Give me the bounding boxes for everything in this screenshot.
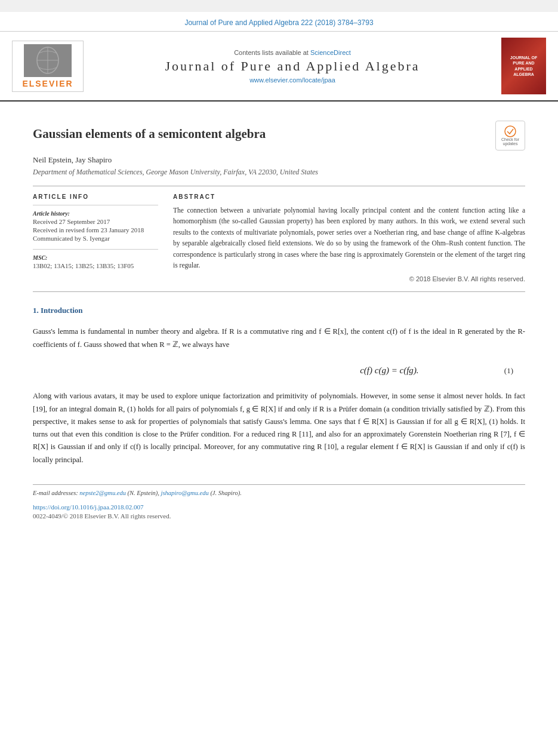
authors: Neil Epstein, Jay Shapiro [33,155,525,165]
emails-label: E-mail addresses: [33,490,78,496]
journal-url: www.elsevier.com/locate/jpaa [90,76,495,84]
journal-header: ELSEVIER Contents lists available at Sci… [0,32,558,102]
journal-reference-bar: Journal of Pure and Applied Algebra 222 … [0,12,558,32]
email1-name: (N. Epstein), [128,490,159,496]
revised-date: Received in revised form 23 January 2018 [33,226,158,233]
contents-line: Contents lists available at ScienceDirec… [90,49,495,56]
check-for-updates-badge: Check for updates [495,121,525,150]
sciencedirect-link[interactable]: ScienceDirect [310,49,351,56]
msc-divider [33,249,158,250]
article-title: Gaussian elements of a semicontent algeb… [33,127,525,142]
bottom-copyright: 0022-4049/© 2018 Elsevier B.V. All right… [33,512,525,520]
elsevier-wordmark: ELSEVIER [16,79,80,88]
email2-link[interactable]: jshapiro@gmu.edu [161,490,209,496]
history-label: Article history: [33,210,158,217]
msc-label: MSC: [33,254,158,261]
abstract-column: ABSTRACT The connection between a univar… [173,193,525,282]
journal-cover: JOURNAL OF PURE AND APPLIED ALGEBRA [501,38,546,94]
elsevier-logo-box: ELSEVIER [12,41,84,92]
info-divider [33,205,158,205]
equation-1-formula: c(f) c(g) = c(fg). [275,363,504,379]
divider-1 [33,186,525,186]
affiliation: Department of Mathematical Sciences, Geo… [33,168,525,177]
paragraph-1: Gauss's lemma is fundamental in number t… [33,325,525,351]
intro-heading: 1. Introduction [33,304,525,317]
abstract-text: The connection between a univariate poly… [173,205,525,271]
info-abstract-columns: ARTICLE INFO Article history: Received 2… [33,193,525,282]
journal-title: Journal of Pure and Applied Algebra [90,59,495,74]
email1-link[interactable]: nepste2@gmu.edu [79,490,126,496]
abstract-heading: ABSTRACT [173,193,525,200]
equation-1-container: c(f) c(g) = c(fg). (1) [33,363,525,379]
elsevier-logo-image [24,44,72,77]
footnote-section: E-mail addresses: nepste2@gmu.edu (N. Ep… [33,484,525,496]
check-badge-label: Check for updates [496,137,525,146]
svg-point-4 [505,126,516,137]
journal-reference-link[interactable]: Journal of Pure and Applied Algebra 222 … [184,19,373,27]
equation-1-display: c(f) c(g) = c(fg). (1) [33,363,525,379]
abstract-copyright: © 2018 Elsevier B.V. All rights reserved… [173,275,525,282]
footnote-text: E-mail addresses: nepste2@gmu.edu (N. Ep… [33,490,525,496]
equation-1-number: (1) [504,364,513,377]
paragraph-2: Along with various avatars, it may be us… [33,390,525,466]
cover-title-text: JOURNAL OF PURE AND APPLIED ALGEBRA [504,55,543,76]
article-body: Check for updates Gaussian elements of a… [0,102,558,537]
msc-section: MSC: 13B02; 13A15; 13B25; 13B35; 13F05 [33,249,158,269]
doi-link[interactable]: https://doi.org/10.1016/j.jpaa.2018.02.0… [33,503,525,511]
email2-name: (J. Shapiro). [210,490,241,496]
page: Journal of Pure and Applied Algebra 222 … [0,12,558,756]
main-content: 1. Introduction Gauss's lemma is fundame… [33,291,525,466]
article-info-heading: ARTICLE INFO [33,193,158,200]
article-info-column: ARTICLE INFO Article history: Received 2… [33,193,158,282]
msc-codes: 13B02; 13A15; 13B25; 13B35; 13F05 [33,262,158,269]
received-date: Received 27 September 2017 [33,218,158,225]
communicated-by: Communicated by S. Iyengar [33,235,158,242]
journal-title-center: Contents lists available at ScienceDirec… [90,49,495,84]
bottom-links: https://doi.org/10.1016/j.jpaa.2018.02.0… [33,503,525,520]
